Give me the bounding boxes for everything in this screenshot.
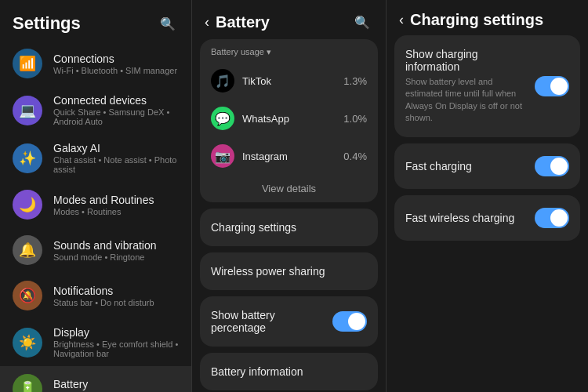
settings-search-button[interactable]: 🔍 [157, 13, 179, 34]
display-icon: ☀️ [13, 328, 42, 358]
show_battery_percentage-toggle[interactable] [332, 311, 367, 332]
wireless_power_sharing-label: Wireless power sharing [211, 265, 325, 278]
show_charging_info-label: Show charging information [405, 48, 528, 73]
notifications-text: Notifications Status bar • Do not distur… [53, 285, 179, 307]
battery-usage-header: Battery usage ▾ [200, 39, 378, 62]
view-details-button[interactable]: View details [200, 175, 378, 202]
show_charging_info-text-block: Show charging information Show battery l… [405, 48, 528, 125]
sidebar-item-galaxy_ai[interactable]: ✨ Galaxy AI Chat assist • Note assist • … [0, 134, 191, 182]
charging_settings-label: Charging settings [211, 221, 296, 234]
charging-option-show_charging_info[interactable]: Show charging information Show battery l… [394, 35, 580, 137]
app-usage-item-tiktok[interactable]: 🎵 TikTok 1.3% [200, 62, 378, 100]
notifications-icon: 🔕 [13, 281, 42, 310]
whatsapp-name: WhatsApp [242, 113, 336, 125]
sounds-icon: 🔔 [13, 235, 42, 265]
app-usage-list: Battery usage ▾ 🎵 TikTok 1.3% 💬 WhatsApp… [200, 39, 378, 202]
sidebar-item-connected_devices[interactable]: 💻 Connected devices Quick Share • Samsun… [0, 86, 191, 134]
sidebar-item-sounds[interactable]: 🔔 Sounds and vibration Sound mode • Ring… [0, 227, 191, 273]
settings-panel: Settings 🔍 📶 Connections Wi-Fi • Bluetoo… [0, 0, 192, 392]
instagram-percent: 0.4% [343, 151, 367, 162]
show_charging_info-subtitle: Show battery level and estimated time un… [405, 76, 528, 125]
connections-icon: 📶 [13, 49, 42, 78]
battery-option-show_battery_percentage[interactable]: Show battery percentage [200, 296, 378, 347]
galaxy_ai-icon: ✨ [13, 143, 42, 173]
notifications-subtitle: Status bar • Do not disturb [53, 298, 179, 307]
battery-header: ‹ Battery 🔍 [192, 0, 386, 39]
galaxy_ai-text: Galaxy AI Chat assist • Note assist • Ph… [53, 142, 179, 174]
whatsapp-icon: 💬 [211, 107, 234, 130]
sounds-text: Sounds and vibration Sound mode • Ringto… [53, 239, 179, 262]
galaxy_ai-title: Galaxy AI [53, 142, 179, 154]
settings-list: 📶 Connections Wi-Fi • Bluetooth • SIM ma… [0, 41, 191, 392]
fast_charging-row: Fast charging [405, 156, 569, 176]
fast_wireless_charging-row: Fast wireless charging [405, 208, 569, 228]
tiktok-percent: 1.3% [343, 75, 367, 87]
settings-header: Settings 🔍 [0, 0, 191, 41]
display-subtitle: Brightness • Eye comfort shield • Naviga… [53, 339, 179, 358]
charging-title: Charging settings [410, 11, 543, 29]
battery-option-wireless_power_sharing[interactable]: Wireless power sharing [200, 252, 378, 290]
app-usage-item-instagram[interactable]: 📷 Instagram 0.4% [200, 137, 378, 175]
sidebar-item-notifications[interactable]: 🔕 Notifications Status bar • Do not dist… [0, 273, 191, 318]
tiktok-name: TikTok [242, 75, 336, 87]
battery-content: Battery usage ▾ 🎵 TikTok 1.3% 💬 WhatsApp… [192, 39, 386, 392]
instagram-name: Instagram [242, 151, 336, 162]
fast_wireless_charging-toggle[interactable] [535, 208, 569, 228]
battery-back-button[interactable]: ‹ [205, 14, 209, 31]
modes_routines-title: Modes and Routines [53, 194, 179, 206]
charging-header: ‹ Charging settings [387, 0, 588, 35]
battery-option-battery_information[interactable]: Battery information [200, 353, 378, 390]
fast_wireless_charging-text-block: Fast wireless charging [405, 212, 528, 224]
whatsapp-percent: 1.0% [343, 113, 367, 125]
modes_routines-icon: 🌙 [13, 190, 42, 220]
battery-title: Battery [53, 378, 179, 390]
battery-title-row: ‹ Battery [205, 13, 270, 31]
charging-option-fast_charging[interactable]: Fast charging [394, 143, 580, 189]
show_battery_percentage-label: Show battery percentage [211, 309, 332, 334]
battery-panel: ‹ Battery 🔍 Battery usage ▾ 🎵 TikTok 1.3… [192, 0, 387, 392]
modes_routines-text: Modes and Routines Modes • Routines [53, 194, 179, 216]
app-usage-item-whatsapp[interactable]: 💬 WhatsApp 1.0% [200, 100, 378, 137]
sidebar-item-modes_routines[interactable]: 🌙 Modes and Routines Modes • Routines [0, 182, 191, 227]
connections-text: Connections Wi-Fi • Bluetooth • SIM mana… [53, 53, 179, 75]
fast_charging-toggle[interactable] [535, 156, 569, 176]
battery-option-charging_settings[interactable]: Charging settings [200, 209, 378, 246]
modes_routines-subtitle: Modes • Routines [53, 207, 179, 216]
tiktok-icon: 🎵 [211, 69, 234, 93]
connections-subtitle: Wi-Fi • Bluetooth • SIM manager [53, 66, 179, 75]
charging-option-fast_wireless_charging[interactable]: Fast wireless charging [394, 195, 580, 241]
battery-icon: 🔋 [13, 374, 42, 392]
sidebar-item-display[interactable]: ☀️ Display Brightness • Eye comfort shie… [0, 318, 191, 366]
sidebar-item-connections[interactable]: 📶 Connections Wi-Fi • Bluetooth • SIM ma… [0, 41, 191, 86]
battery_information-label: Battery information [211, 365, 303, 378]
notifications-title: Notifications [53, 285, 179, 297]
connected_devices-text: Connected devices Quick Share • Samsung … [53, 94, 179, 126]
connected_devices-icon: 💻 [13, 96, 42, 125]
instagram-icon: 📷 [211, 144, 234, 168]
battery-text: Battery Power saving • Charging [53, 378, 179, 393]
show_charging_info-toggle[interactable] [535, 76, 569, 96]
display-title: Display [53, 326, 179, 339]
connections-title: Connections [53, 53, 179, 65]
sidebar-item-battery[interactable]: 🔋 Battery Power saving • Charging [0, 366, 191, 392]
fast_charging-label: Fast charging [405, 160, 528, 172]
galaxy_ai-subtitle: Chat assist • Note assist • Photo assist [53, 155, 179, 174]
connected_devices-subtitle: Quick Share • Samsung DeX • Android Auto [53, 107, 179, 126]
sounds-title: Sounds and vibration [53, 239, 179, 252]
connected_devices-title: Connected devices [53, 94, 179, 107]
charging-content: Show charging information Show battery l… [387, 35, 588, 392]
battery-title: Battery [216, 13, 270, 31]
show_charging_info-row: Show charging information Show battery l… [405, 48, 569, 125]
fast_wireless_charging-label: Fast wireless charging [405, 212, 528, 224]
fast_charging-text-block: Fast charging [405, 160, 528, 172]
battery-search-button[interactable]: 🔍 [351, 11, 373, 33]
charging-panel: ‹ Charging settings Show charging inform… [387, 0, 588, 392]
sounds-subtitle: Sound mode • Ringtone [53, 252, 179, 262]
charging-back-button[interactable]: ‹ [399, 12, 404, 28]
display-text: Display Brightness • Eye comfort shield … [53, 326, 179, 358]
settings-title: Settings [13, 13, 81, 34]
